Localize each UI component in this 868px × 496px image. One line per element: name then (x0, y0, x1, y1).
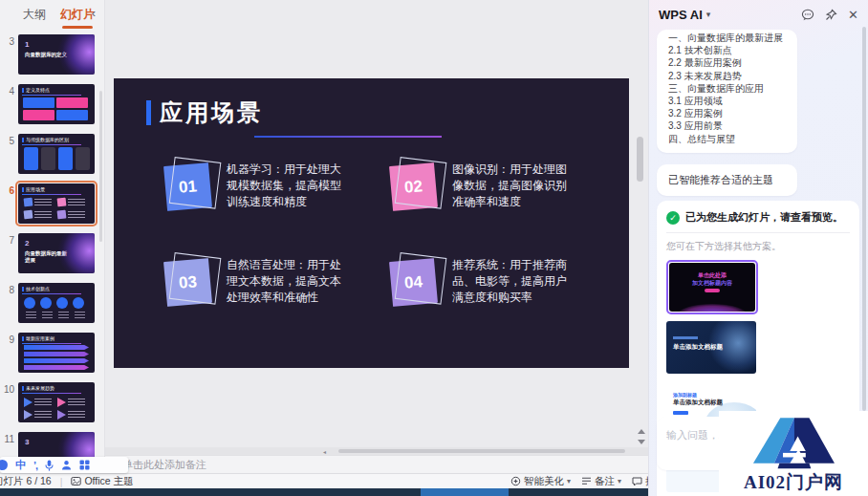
thumbnail-row: 72向量数据库的最新进展 (0, 233, 105, 273)
next-slide-button[interactable] (638, 440, 645, 444)
divider (666, 232, 850, 233)
card-text: 推荐系统：用于推荐商品、电影等，提高用户满意度和购买率 (452, 257, 576, 306)
hscroll-left-arrow-icon[interactable]: ◂ (323, 448, 326, 455)
notes-icon (581, 477, 592, 485)
ai-panel-title[interactable]: WPS AI (659, 8, 703, 22)
grid-keyboard-icon[interactable] (79, 460, 90, 470)
tab-outline[interactable]: 大纲 (23, 7, 46, 23)
theme-option[interactable]: 单击添加文档标题 (666, 321, 756, 374)
theme-icon (71, 476, 81, 486)
thumbnail-row: 31向量数据库的定义 (0, 34, 105, 75)
watermark-logo-icon (740, 411, 847, 472)
outline-line: 3.3 应用前景 (668, 119, 786, 132)
ime-punctuation-icon[interactable]: ’, (33, 460, 37, 471)
choose-hint: 您可在下方选择其他方案。 (666, 240, 850, 253)
theme-option[interactable]: 单击此处添加文档标题内容 (666, 260, 758, 314)
slide-thumbnail[interactable]: 最新应用案例 (18, 333, 95, 373)
slide-number: 8 (0, 285, 14, 295)
previous-slide-button[interactable] (638, 429, 645, 434)
outline-line: 2.3 未来发展趋势 (668, 70, 786, 82)
slide-number: 10 (0, 384, 14, 395)
slide-number: 9 (0, 334, 14, 345)
card-number-badge: 04 (389, 258, 438, 307)
success-check-icon: ✓ (666, 211, 680, 225)
slide-canvas[interactable]: 应用场景 01机器学习：用于处理大规模数据集，提高模型训练速度和精度02图像识别… (114, 78, 629, 368)
ime-toolbar: 中 ’, (0, 457, 128, 473)
recommend-message: 已智能推荐合适的主题 (668, 174, 773, 185)
thumbnail-scrollbar[interactable] (99, 91, 102, 242)
title-accent-bar (146, 100, 151, 125)
thumbnail-row: 8技术创新点 (0, 283, 105, 323)
scenario-card[interactable]: 04推荐系统：用于推荐商品、电影等，提高用户满意度和购买率 (385, 256, 586, 306)
card-number-badge: 02 (389, 162, 438, 211)
collapse-panel-icon[interactable]: ‹ (92, 6, 96, 20)
theme-preview[interactable]: 单击添加文档标题 (666, 321, 756, 374)
theme-preview[interactable]: 单击此处添加文档标题内容 (669, 263, 755, 312)
editor-vertical-scrollbar[interactable] (636, 0, 644, 445)
ai-panel-header: WPS AI ▾ ✕ (649, 0, 868, 29)
scenario-card[interactable]: 02图像识别：用于处理图像数据，提高图像识别准确率和速度 (385, 161, 586, 210)
slide-panel: 大纲 幻灯片 ‹ 31向量数据库的定义4定义及特点5与传统数据库的区别6应用场景… (0, 0, 105, 488)
taskbar-active-segment (421, 488, 509, 496)
card-text: 图像识别：用于处理图像数据，提高图像识别准确率和速度 (452, 162, 576, 210)
slide-number: 6 (0, 185, 14, 196)
thumbnail-row: 5与传统数据库的区别 (0, 134, 105, 174)
ime-language-icon[interactable]: 中 (15, 458, 26, 472)
ime-logo-icon[interactable] (0, 460, 8, 470)
outline-line: 四、总结与展望 (668, 133, 786, 145)
user-icon[interactable] (61, 460, 72, 470)
slide-number: 7 (0, 235, 14, 246)
chat-history-icon[interactable] (801, 9, 814, 21)
slide-number: 3 (0, 36, 14, 47)
outline-line: 三、向量数据库的应用 (668, 82, 786, 95)
slide-number: 4 (0, 86, 14, 97)
slide-thumbnail[interactable]: 1向量数据库的定义 (18, 34, 95, 75)
card-number-badge: 01 (163, 162, 212, 211)
editor-area: 应用场景 01机器学习：用于处理大规模数据集，提高模型训练速度和精度02图像识别… (105, 0, 648, 473)
comment-icon (632, 477, 642, 486)
slide-number: 11 (0, 434, 14, 444)
thumbnail-row: 9最新应用案例 (0, 333, 105, 373)
slide-thumbnail[interactable]: 2向量数据库的最新进展 (18, 233, 95, 273)
slide-title-text: 应用场景 (160, 97, 263, 128)
title-divider-line (254, 136, 442, 138)
scenario-card[interactable]: 03自然语言处理：用于处理文本数据，提高文本处理效率和准确性 (160, 256, 360, 306)
thumbnail-row: 6应用场景 (0, 183, 105, 224)
outline-line: 一、向量数据库的最新进展 (668, 32, 786, 44)
outline-line: 2.1 技术创新点 (668, 44, 786, 56)
card-text: 机器学习：用于处理大规模数据集，提高模型训练速度和精度 (227, 162, 351, 210)
thumbnail-row: 4定义及特点 (0, 84, 105, 124)
smart-beautify-button[interactable]: 智能美化▾ (510, 475, 571, 488)
outline-card[interactable]: 一、向量数据库的最新进展2.1 技术创新点2.2 最新应用案例2.3 未来发展趋… (657, 30, 797, 153)
ai-title-caret-icon: ▾ (706, 10, 711, 19)
slide-thumbnail[interactable]: 与传统数据库的区别 (18, 134, 95, 174)
notes-toggle-button[interactable]: 备注▾ (581, 475, 621, 488)
generated-message: 已为您生成幻灯片，请查看预览。 (685, 210, 843, 225)
slide-title[interactable]: 应用场景 (146, 97, 263, 128)
microphone-icon[interactable] (45, 460, 54, 471)
panel-tabbar: 大纲 幻灯片 ‹ (0, 0, 104, 29)
slide-indicator: 幻灯片 6 / 16 (0, 475, 52, 488)
slide-thumbnail[interactable]: 定义及特点 (18, 84, 95, 124)
pin-icon[interactable] (825, 9, 837, 21)
outline-line: 3.2 应用案例 (668, 107, 786, 119)
slide-thumbnail-list: 31向量数据库的定义4定义及特点5与传统数据库的区别6应用场景72向量数据库的最… (0, 34, 105, 488)
beautify-icon (510, 476, 521, 486)
watermark: AI02门户网 (719, 411, 868, 496)
scenario-card[interactable]: 01机器学习：用于处理大规模数据集，提高模型训练速度和精度 (160, 161, 360, 210)
card-number-badge: 03 (163, 258, 212, 307)
card-text: 自然语言处理：用于处理文本数据，提高文本处理效率和准确性 (227, 257, 351, 306)
theme-selector[interactable]: Office 主题 (71, 475, 133, 488)
ai-panel-scrollbar[interactable] (862, 27, 866, 411)
notes-input[interactable]: 单击此处添加备注 (105, 455, 648, 473)
slide-thumbnail[interactable]: 技术创新点 (18, 283, 95, 323)
close-panel-icon[interactable]: ✕ (848, 8, 858, 22)
slide-thumbnail[interactable]: 应用场景 (18, 183, 95, 224)
outline-line: 2.2 最新应用案例 (668, 56, 786, 69)
slide-thumbnail[interactable]: 未来发展趋势 (18, 382, 95, 422)
recommend-message-card: 已智能推荐合适的主题 (657, 164, 797, 196)
thumbnail-row: 10未来发展趋势 (0, 382, 105, 422)
tab-slides[interactable]: 幻灯片 (60, 7, 95, 23)
outline-line: 3.1 应用领域 (668, 95, 786, 107)
editor-horizontal-scrollbar[interactable]: ◂ (105, 447, 648, 455)
